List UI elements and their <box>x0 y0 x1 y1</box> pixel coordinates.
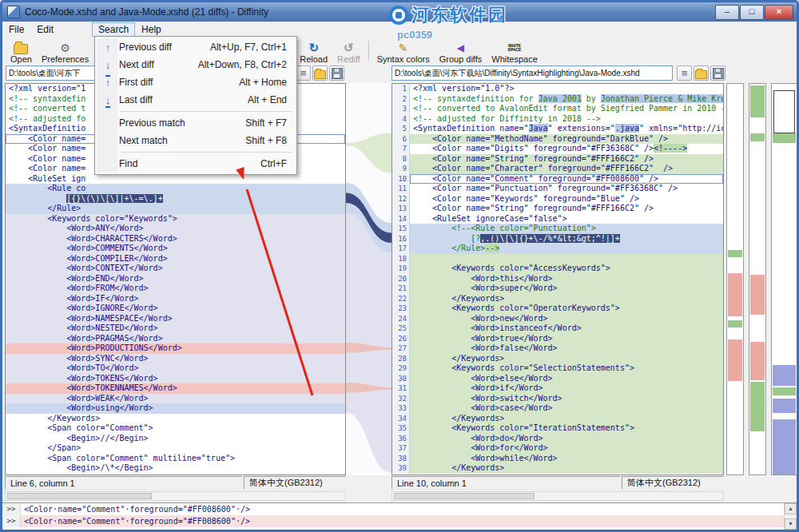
menu-help[interactable]: Help <box>135 22 168 37</box>
code-line[interactable]: 13 <Color name="String" foreground="#FFF… <box>392 204 723 214</box>
menu-item-next-diff[interactable]: ↓Next diffAlt+Down, F8, Ctrl+2 <box>97 56 295 73</box>
code-line[interactable]: 11 <Color name="Punctuation" foreground=… <box>392 184 723 194</box>
code-line[interactable]: <Word>PRODUCTIONS</Word> <box>6 343 345 354</box>
left-file-map[interactable] <box>726 83 744 475</box>
code-line[interactable]: 10 <Color name="Comment" foreground="#FF… <box>392 174 723 185</box>
code-line[interactable]: 31 <Word>if</Word> <box>392 383 723 394</box>
map-viewport[interactable] <box>773 90 795 133</box>
code-line[interactable]: 39 </Keywords> <box>392 463 723 474</box>
menu-item-next-match[interactable]: Next matchShift + F8 <box>97 132 295 149</box>
code-line[interactable]: <Word>TOKENNAMES</Word> <box>6 383 345 394</box>
code-line[interactable]: <Word>END</Word> <box>6 274 345 284</box>
code-line[interactable]: 1<?xml version="1.0"?> <box>392 84 723 94</box>
code-line[interactable]: 26 <Word>true</Word> <box>392 334 723 344</box>
menu-item-find[interactable]: FindCtrl+F <box>97 155 295 173</box>
rediff-button[interactable]: ↺ Rediff <box>332 38 365 64</box>
code-line[interactable]: 12 <Color name="Keywords" foreground="Bl… <box>392 194 723 204</box>
code-line[interactable]: 24 <Word>new</Word> <box>392 314 723 324</box>
code-line[interactable]: </Span> <box>6 443 345 454</box>
syntax-colors-button[interactable]: ✎ Syntax colors <box>372 38 435 64</box>
code-line[interactable]: 20 <Word>this</Word> <box>392 274 723 284</box>
detail-panel-scrollbar[interactable]: ▲ ▼ <box>784 503 797 530</box>
right-save-button[interactable] <box>710 66 725 81</box>
code-line[interactable]: <Word>WEAK</Word> <box>6 394 345 404</box>
left-save-button[interactable] <box>329 66 344 81</box>
reload-button[interactable]: ↻ Reload <box>295 38 332 64</box>
left-hscrollbar[interactable] <box>5 491 346 501</box>
open-button[interactable]: Open <box>6 38 37 64</box>
right-browse-button[interactable] <box>694 66 709 81</box>
left-hscroll-thumb[interactable] <box>7 493 152 499</box>
preferences-button[interactable]: ⚙ Preferences <box>37 38 93 64</box>
code-line[interactable]: <Word>using</Word> <box>6 403 345 414</box>
code-line[interactable]: <RuleSet ign <box>6 174 345 185</box>
code-line[interactable]: <Word>FROM</Word> <box>6 284 345 294</box>
code-line[interactable]: 29 <Keywords color="SelectionStatements"… <box>392 363 723 374</box>
right-view-options-button[interactable]: ≡ <box>677 66 692 81</box>
code-line[interactable]: <Word>COMMENTS</Word> <box>6 244 345 254</box>
code-line[interactable]: 2<!-- syntaxdefinition for Java 2001 by … <box>392 94 723 105</box>
close-button[interactable]: × <box>765 5 793 20</box>
code-line[interactable]: [{}\(\)\[\]|+\-=\.]+ <box>6 194 345 204</box>
menu-search[interactable]: Search <box>92 22 135 37</box>
code-line[interactable]: 15 <!--<Rule color="Punctuation"> <box>392 224 723 234</box>
maximize-button[interactable]: □ <box>740 5 764 20</box>
right-hscrollbar[interactable] <box>392 491 724 501</box>
whitespace-button[interactable]: WHITESPACE Whitespace <box>487 38 542 64</box>
code-line[interactable]: 7 <Color name="Digits" foreground="#FF36… <box>392 144 723 154</box>
menu-item-previous-match[interactable]: Previous matchShift + F7 <box>97 114 295 132</box>
code-line[interactable]: 19 <Keywords color="AccessKeywords"> <box>392 264 723 274</box>
code-line[interactable]: <Word>CHARACTERS</Word> <box>6 234 345 244</box>
code-line[interactable]: <Word>TO</Word> <box>6 363 345 374</box>
code-line[interactable]: <Span color="Comment" multiline="true"> <box>6 454 345 464</box>
code-line[interactable]: <Span color="Comment"> <box>6 423 345 434</box>
code-line[interactable]: 25 <Word>instanceof</Word> <box>392 324 723 334</box>
code-line[interactable]: 30 <Word>else</Word> <box>392 374 723 384</box>
code-line[interactable]: <Word>CONTEXT</Word> <box>6 264 345 274</box>
right-file-path-input[interactable] <box>392 66 673 81</box>
code-line[interactable]: <Keywords color="Keywords"> <box>6 214 345 224</box>
code-line[interactable]: 35 <Keywords color="IterationStatements"… <box>392 423 723 434</box>
code-line[interactable]: <Rule co <box>6 184 345 194</box>
menu-edit[interactable]: Edit <box>30 22 60 37</box>
code-line[interactable]: 34 </Keywords> <box>392 414 723 424</box>
code-line[interactable]: <Word>IF</Word> <box>6 294 345 304</box>
code-line[interactable]: 28 </Keywords> <box>392 354 723 364</box>
code-line[interactable]: 32 <Word>switch</Word> <box>392 394 723 404</box>
code-line[interactable]: <Begin>/\*</Begin> <box>6 463 345 474</box>
code-line[interactable]: 17 </Rule>--> <box>392 244 723 254</box>
scroll-down-icon[interactable]: ▼ <box>785 518 797 530</box>
menu-file[interactable]: File <box>2 22 30 37</box>
code-line[interactable]: </Keywords> <box>6 414 345 424</box>
menu-item-last-diff[interactable]: ↓Last diffAlt + End <box>97 91 295 109</box>
code-line[interactable]: 37 <Word>for</Word> <box>392 443 723 454</box>
code-line[interactable]: 4<!-- adjusted for Diffinity in 2018 --> <box>392 114 723 125</box>
code-line[interactable]: 22 </Keywords> <box>392 294 723 304</box>
code-line[interactable]: <Word>NAMESPACE</Word> <box>6 314 345 324</box>
menu-item-previous-diff[interactable]: ↑Previous diffAlt+Up, F7, Ctrl+1 <box>97 38 295 56</box>
code-line[interactable]: </Rule> <box>6 204 345 214</box>
code-line[interactable]: 6 <Color name="MethodName" foreground="D… <box>392 134 723 145</box>
code-line[interactable]: <Word>TOKENS</Word> <box>6 374 345 384</box>
code-line[interactable]: <Word>IGNORE</Word> <box>6 304 345 314</box>
code-line[interactable]: 16 [?,.()\[\]{}+\-/%*&lt;&gt;^!|]+ <box>392 234 723 244</box>
overview-map[interactable] <box>771 83 797 475</box>
minimize-button[interactable]: – <box>715 5 739 20</box>
code-line[interactable]: 36 <Word>do</Word> <box>392 434 723 444</box>
code-line[interactable]: 3<!-- converted to AvalonEdit format by … <box>392 104 723 114</box>
code-line[interactable]: 23 <Keywords color="OperatorKeywords"> <box>392 304 723 314</box>
scroll-up-icon[interactable]: ▲ <box>785 503 797 514</box>
code-line[interactable]: <Word>NESTED</Word> <box>6 324 345 334</box>
code-line[interactable]: <Word>SYNC</Word> <box>6 354 345 364</box>
code-line[interactable]: 18 <box>392 254 723 264</box>
right-file-map[interactable] <box>749 83 766 475</box>
code-line[interactable]: <Word>ANY</Word> <box>6 224 345 234</box>
code-line[interactable]: 9 <Color name="Character" foreground="#F… <box>392 164 723 174</box>
left-browse-button[interactable] <box>312 66 328 81</box>
code-line[interactable]: 33 <Word>case</Word> <box>392 403 723 414</box>
code-line[interactable]: 14 <RuleSet ignoreCase="false"> <box>392 214 723 224</box>
right-editor[interactable]: 1<?xml version="1.0"?>2<!-- syntaxdefini… <box>392 83 724 475</box>
code-line[interactable]: <Word>COMPILER</Word> <box>6 254 345 264</box>
code-line[interactable]: 5<SyntaxDefinition name="Java" extension… <box>392 124 723 134</box>
group-diffs-button[interactable]: ◀ Group diffs <box>435 38 487 64</box>
